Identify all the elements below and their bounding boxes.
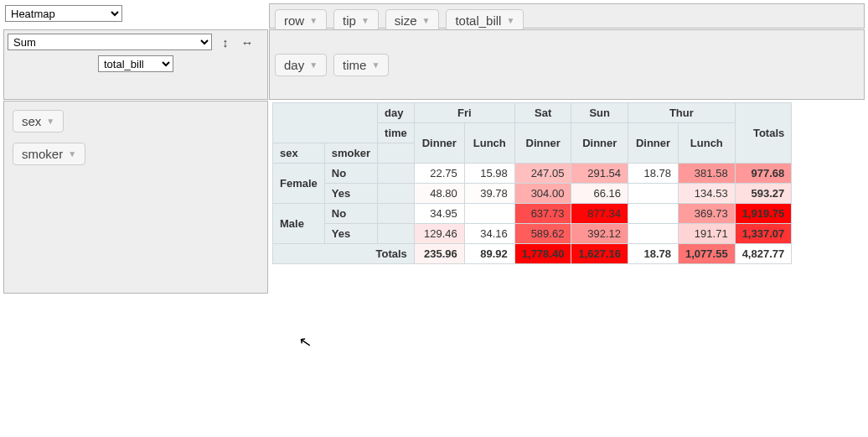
value-cell: 291.54 — [571, 164, 628, 184]
value-cell: 381.58 — [679, 164, 736, 184]
col-attrs-zone[interactable]: day▼time▼ — [269, 29, 865, 100]
mouse-cursor-icon: ↖ — [297, 332, 313, 352]
totals-header: Totals — [735, 103, 792, 164]
totals-row-label: Totals — [273, 244, 415, 264]
value-cell — [464, 204, 514, 224]
attr-pill-row[interactable]: row▼ — [275, 9, 327, 32]
col-header-day: Sun — [571, 103, 628, 123]
col-total-cell: 1,627.16 — [571, 244, 628, 264]
row-header-smoker: Yes — [324, 184, 377, 204]
attr-pill-size[interactable]: size▼ — [385, 9, 440, 32]
row-header-smoker: No — [324, 164, 377, 184]
value-cell: 18.78 — [628, 164, 679, 184]
row-header-sex: Female — [273, 164, 325, 204]
col-total-cell: 1,077.55 — [679, 244, 736, 264]
attr-pill-time[interactable]: time▼ — [333, 54, 389, 76]
attr-pill-label: row — [284, 13, 304, 28]
row-header-sex: Male — [273, 204, 325, 244]
attr-pill-label: smoker — [22, 147, 63, 161]
row-axis-smoker: smoker — [324, 143, 377, 164]
attr-pill-label: sex — [22, 114, 41, 128]
pivot-output: dayFriSatSunThurTotalstimeDinnerLunchDin… — [269, 101, 865, 294]
col-total-cell: 1,778.40 — [514, 244, 571, 264]
value-cell: 369.73 — [679, 204, 736, 224]
value-cell: 34.16 — [464, 224, 514, 244]
attr-pill-sex[interactable]: sex▼ — [13, 110, 64, 133]
row-axis-sex: sex — [273, 143, 325, 164]
col-header-time: Dinner — [414, 123, 464, 164]
value-cell: 392.12 — [571, 224, 628, 244]
row-total-cell: 1,919.75 — [735, 204, 792, 224]
aggregator-select[interactable]: Sum — [8, 34, 212, 50]
value-cell: 22.75 — [414, 164, 464, 184]
value-cell: 247.05 — [514, 164, 571, 184]
col-total-cell: 89.92 — [464, 244, 514, 264]
value-cell: 129.46 — [414, 224, 464, 244]
col-axis-time: time — [378, 123, 415, 143]
row-total-cell: 1,337.07 — [735, 224, 792, 244]
value-cell — [628, 204, 679, 224]
chevron-down-icon[interactable]: ▼ — [371, 60, 380, 70]
value-cell: 34.95 — [414, 204, 464, 224]
chevron-down-icon[interactable]: ▼ — [309, 60, 318, 70]
col-header-day: Thur — [628, 103, 736, 123]
pivot-heatmap-table: dayFriSatSunThurTotalstimeDinnerLunchDin… — [272, 102, 792, 264]
chevron-down-icon[interactable]: ▼ — [361, 16, 369, 25]
renderer-select[interactable]: Heatmap — [5, 5, 122, 22]
value-cell — [628, 224, 679, 244]
chevron-down-icon[interactable]: ▼ — [506, 16, 514, 25]
attr-pill-label: total_bill — [455, 13, 501, 28]
attr-pill-label: tip — [343, 13, 356, 28]
attr-pill-day[interactable]: day▼ — [275, 54, 327, 76]
col-total-cell: 235.96 — [414, 244, 464, 264]
attr-pill-label: day — [284, 58, 304, 72]
value-cell: 66.16 — [571, 184, 628, 204]
col-total-cell: 18.78 — [628, 244, 679, 264]
value-cell: 589.62 — [514, 224, 571, 244]
row-total-cell: 977.68 — [735, 164, 792, 184]
col-header-day: Fri — [414, 103, 514, 123]
value-cell: 15.98 — [464, 164, 514, 184]
col-axis-day: day — [378, 103, 415, 123]
aggregator-panel: Sum ↕ ↔ total_bill — [3, 29, 268, 100]
chevron-down-icon[interactable]: ▼ — [68, 149, 76, 159]
row-attrs-zone[interactable]: sex▼smoker▼ — [3, 101, 268, 294]
value-cell — [628, 184, 679, 204]
value-attr-select[interactable]: total_bill — [98, 55, 173, 72]
row-header-smoker: Yes — [324, 224, 377, 244]
row-header-smoker: No — [324, 204, 377, 224]
col-header-time: Dinner — [514, 123, 571, 164]
value-cell: 304.00 — [514, 184, 571, 204]
chevron-down-icon[interactable]: ▼ — [309, 16, 318, 25]
chevron-down-icon[interactable]: ▼ — [46, 117, 54, 126]
grand-total-cell: 4,827.77 — [735, 244, 792, 264]
value-cell: 39.78 — [464, 184, 514, 204]
sort-horizontal-icon[interactable]: ↔ — [239, 34, 256, 50]
col-header-time: Dinner — [571, 123, 628, 164]
value-cell: 877.34 — [571, 204, 628, 224]
attr-pill-tip[interactable]: tip▼ — [333, 9, 379, 32]
col-header-day: Sat — [514, 103, 571, 123]
row-total-cell: 593.27 — [735, 184, 792, 204]
value-cell: 637.73 — [514, 204, 571, 224]
chevron-down-icon[interactable]: ▼ — [422, 16, 431, 25]
attr-pill-total-bill[interactable]: total_bill▼ — [446, 9, 524, 32]
col-header-time: Lunch — [464, 123, 514, 164]
value-cell: 48.80 — [414, 184, 464, 204]
sort-vertical-icon[interactable]: ↕ — [217, 34, 234, 50]
value-cell: 191.71 — [679, 224, 736, 244]
attr-pill-label: size — [395, 13, 417, 28]
col-header-time: Dinner — [628, 123, 679, 164]
col-header-time: Lunch — [679, 123, 736, 164]
value-cell: 134.53 — [679, 184, 736, 204]
attr-pill-label: time — [343, 58, 366, 72]
unused-attrs-zone[interactable]: row▼tip▼size▼total_bill▼ — [269, 3, 865, 29]
attr-pill-smoker[interactable]: smoker▼ — [13, 143, 85, 165]
